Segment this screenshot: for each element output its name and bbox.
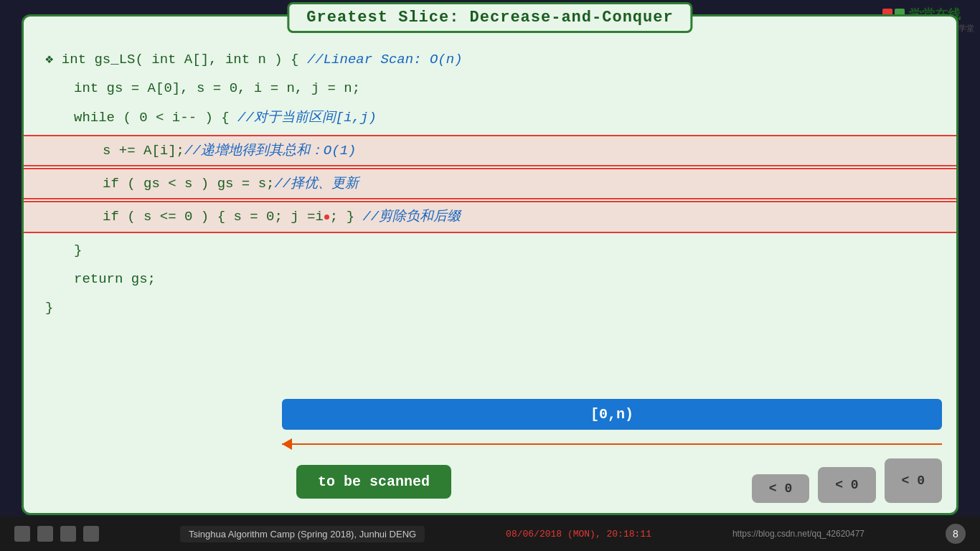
code-text-6b: ; } [330,209,363,225]
arrow-head [282,438,292,450]
code-line-6-highlighted: if ( s <= 0 ) { s = 0; j = i; } //剪除负和后缀 [24,201,956,232]
page-number: 8 [946,524,966,544]
chip-1: < 0 [752,474,809,503]
code-line-4-highlighted: s += A[i]; //递增地得到其总和：O(1) [24,135,956,166]
content-area: Greatest Slice: Decrease-and-Conquer ❖ i… [22,14,958,515]
chip-3: < 0 [885,458,942,503]
blue-bar: [0,n) [282,399,942,430]
code-line-8: return gs; [45,265,935,293]
code-text-4: s += A[i]; [45,139,184,162]
comment-1: //Linear Scan: O(n) [307,52,463,67]
cursor-dot [324,215,329,220]
arrow-shaft [282,443,942,445]
code-section: ❖ int gs_LS( int A[], int n ) { //Linear… [24,38,956,330]
bottom-controls[interactable] [14,526,99,542]
code-text-1: ❖ int gs_LS( int A[], int n ) { [45,52,307,67]
comment-4: //递增地得到其总和：O(1) [184,143,356,159]
code-text-2: int gs = A[0], s = 0, i = n, j = n; [74,80,360,96]
code-text-5: if ( gs < s ) gs = s; [45,172,274,195]
code-text-9: } [45,300,53,316]
control-btn-2[interactable] [37,526,53,542]
control-btn-1[interactable] [14,526,30,542]
code-text-8: return gs; [74,271,156,287]
code-line-7: } [45,236,935,265]
slide-title: Greatest Slice: Decrease-and-Conquer [306,9,673,27]
code-line-9: } [45,293,935,322]
chip-2: < 0 [818,467,875,503]
code-text-3: while ( 0 < i-- ) { [74,110,237,126]
code-line-3: while ( 0 < i-- ) { //对于当前区间[i,j) [45,103,935,132]
tsinghua-credit: Tsinghua Algorithm Camp (Spring 2018), J… [180,526,425,542]
comment-3: //对于当前区间[i,j) [237,110,377,126]
code-text-7: } [74,242,82,258]
arrow-line [282,435,942,453]
green-chip: to be scanned [296,465,451,499]
control-btn-3[interactable] [60,526,76,542]
code-line-2: int gs = A[0], s = 0, i = n, j = n; [45,74,935,103]
bottom-bar: Tsinghua Algorithm Camp (Spring 2018), J… [0,517,980,551]
code-line-1: ❖ int gs_LS( int A[], int n ) { //Linear… [45,45,935,74]
code-text-6a: if ( s <= 0 ) { s = 0; j = [45,205,315,228]
title-box: Greatest Slice: Decrease-and-Conquer [287,2,692,33]
code-line-5-highlighted: if ( gs < s ) gs = s; //择优、更新 [24,168,956,199]
code-dot: i [315,209,323,225]
comment-5: //择优、更新 [274,176,359,192]
comment-6: //剪除负和后缀 [362,209,461,225]
control-btn-4[interactable] [83,526,99,542]
footer-date: 08/06/2018 (MON), 20:18:11 [506,529,651,540]
footer-url: https://blog.csdn.net/qq_42620477 [732,529,864,539]
